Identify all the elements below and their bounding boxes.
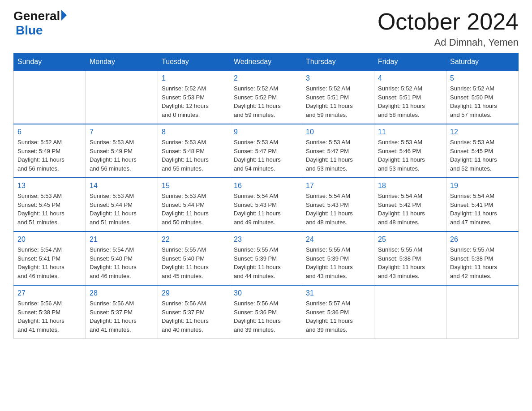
day-info: Sunrise: 5:54 AMSunset: 5:41 PMDaylight:… <box>450 192 515 227</box>
calendar-cell: 23Sunrise: 5:55 AMSunset: 5:39 PMDayligh… <box>230 231 302 285</box>
day-info: Sunrise: 5:54 AMSunset: 5:40 PMDaylight:… <box>90 245 154 280</box>
day-info: Sunrise: 5:53 AMSunset: 5:47 PMDaylight:… <box>234 138 298 173</box>
day-number: 30 <box>234 289 298 297</box>
calendar-cell: 15Sunrise: 5:53 AMSunset: 5:44 PMDayligh… <box>158 178 230 231</box>
calendar-week-row: 20Sunrise: 5:54 AMSunset: 5:41 PMDayligh… <box>14 231 519 285</box>
calendar-cell: 1Sunrise: 5:52 AMSunset: 5:53 PMDaylight… <box>158 71 230 124</box>
calendar-cell: 21Sunrise: 5:54 AMSunset: 5:40 PMDayligh… <box>86 231 158 285</box>
day-info: Sunrise: 5:55 AMSunset: 5:38 PMDaylight:… <box>450 245 515 280</box>
day-info: Sunrise: 5:52 AMSunset: 5:53 PMDaylight:… <box>162 84 226 119</box>
calendar-cell: 9Sunrise: 5:53 AMSunset: 5:47 PMDaylight… <box>230 124 302 178</box>
day-info: Sunrise: 5:53 AMSunset: 5:45 PMDaylight:… <box>450 138 515 173</box>
day-number: 19 <box>450 182 515 190</box>
weekday-header-thursday: Thursday <box>302 53 374 71</box>
calendar-week-row: 1Sunrise: 5:52 AMSunset: 5:53 PMDaylight… <box>14 71 519 124</box>
calendar-cell: 26Sunrise: 5:55 AMSunset: 5:38 PMDayligh… <box>446 231 519 285</box>
day-info: Sunrise: 5:56 AMSunset: 5:36 PMDaylight:… <box>234 299 298 334</box>
day-info: Sunrise: 5:53 AMSunset: 5:47 PMDaylight:… <box>306 138 370 173</box>
day-info: Sunrise: 5:55 AMSunset: 5:39 PMDaylight:… <box>234 245 298 280</box>
day-number: 29 <box>162 289 226 297</box>
day-number: 23 <box>234 235 298 244</box>
calendar-week-row: 6Sunrise: 5:52 AMSunset: 5:49 PMDaylight… <box>14 124 519 178</box>
day-number: 11 <box>378 128 442 136</box>
calendar-cell: 6Sunrise: 5:52 AMSunset: 5:49 PMDaylight… <box>14 124 86 178</box>
day-info: Sunrise: 5:52 AMSunset: 5:51 PMDaylight:… <box>306 84 370 119</box>
calendar-cell: 14Sunrise: 5:53 AMSunset: 5:44 PMDayligh… <box>86 178 158 231</box>
calendar-header-row: SundayMondayTuesdayWednesdayThursdayFrid… <box>14 53 519 71</box>
day-info: Sunrise: 5:57 AMSunset: 5:36 PMDaylight:… <box>306 299 370 334</box>
day-info: Sunrise: 5:53 AMSunset: 5:48 PMDaylight:… <box>162 138 226 173</box>
day-info: Sunrise: 5:52 AMSunset: 5:50 PMDaylight:… <box>450 84 515 119</box>
calendar-cell: 30Sunrise: 5:56 AMSunset: 5:36 PMDayligh… <box>230 285 302 339</box>
day-number: 20 <box>17 235 82 244</box>
day-number: 22 <box>162 235 226 244</box>
day-number: 14 <box>90 182 154 190</box>
weekday-header-monday: Monday <box>86 53 158 71</box>
day-info: Sunrise: 5:53 AMSunset: 5:44 PMDaylight:… <box>90 192 154 227</box>
calendar-cell: 11Sunrise: 5:53 AMSunset: 5:46 PMDayligh… <box>374 124 446 178</box>
calendar-cell: 27Sunrise: 5:56 AMSunset: 5:38 PMDayligh… <box>14 285 86 339</box>
day-number: 15 <box>162 182 226 190</box>
calendar-cell: 8Sunrise: 5:53 AMSunset: 5:48 PMDaylight… <box>158 124 230 178</box>
day-info: Sunrise: 5:53 AMSunset: 5:49 PMDaylight:… <box>90 138 154 173</box>
day-number: 10 <box>306 128 370 136</box>
day-number: 9 <box>234 128 298 136</box>
calendar-cell: 10Sunrise: 5:53 AMSunset: 5:47 PMDayligh… <box>302 124 374 178</box>
calendar-cell: 4Sunrise: 5:52 AMSunset: 5:51 PMDaylight… <box>374 71 446 124</box>
page-header: General Blue October 2024 Ad Dimnah, Yem… <box>13 9 519 48</box>
day-info: Sunrise: 5:52 AMSunset: 5:49 PMDaylight:… <box>17 138 82 173</box>
calendar-cell: 16Sunrise: 5:54 AMSunset: 5:43 PMDayligh… <box>230 178 302 231</box>
day-number: 17 <box>306 182 370 190</box>
calendar-cell: 20Sunrise: 5:54 AMSunset: 5:41 PMDayligh… <box>14 231 86 285</box>
day-info: Sunrise: 5:56 AMSunset: 5:38 PMDaylight:… <box>17 299 82 334</box>
day-number: 31 <box>306 289 370 297</box>
day-number: 2 <box>234 74 298 82</box>
day-number: 26 <box>450 235 515 244</box>
day-number: 12 <box>450 128 515 136</box>
calendar-cell: 3Sunrise: 5:52 AMSunset: 5:51 PMDaylight… <box>302 71 374 124</box>
calendar-table: SundayMondayTuesdayWednesdayThursdayFrid… <box>13 53 519 339</box>
month-title: October 2024 <box>378 9 519 34</box>
day-info: Sunrise: 5:56 AMSunset: 5:37 PMDaylight:… <box>162 299 226 334</box>
calendar-cell <box>86 71 158 124</box>
weekday-header-tuesday: Tuesday <box>158 53 230 71</box>
day-info: Sunrise: 5:54 AMSunset: 5:43 PMDaylight:… <box>234 192 298 227</box>
day-info: Sunrise: 5:54 AMSunset: 5:41 PMDaylight:… <box>17 245 82 280</box>
calendar-cell: 19Sunrise: 5:54 AMSunset: 5:41 PMDayligh… <box>446 178 519 231</box>
day-number: 8 <box>162 128 226 136</box>
calendar-cell <box>14 71 86 124</box>
calendar-cell: 25Sunrise: 5:55 AMSunset: 5:38 PMDayligh… <box>374 231 446 285</box>
calendar-cell: 29Sunrise: 5:56 AMSunset: 5:37 PMDayligh… <box>158 285 230 339</box>
day-number: 4 <box>378 74 442 82</box>
day-info: Sunrise: 5:55 AMSunset: 5:40 PMDaylight:… <box>162 245 226 280</box>
title-area: October 2024 Ad Dimnah, Yemen <box>378 9 519 48</box>
calendar-week-row: 27Sunrise: 5:56 AMSunset: 5:38 PMDayligh… <box>14 285 519 339</box>
location-subtitle: Ad Dimnah, Yemen <box>378 37 519 48</box>
day-number: 5 <box>450 74 515 82</box>
day-info: Sunrise: 5:53 AMSunset: 5:46 PMDaylight:… <box>378 138 442 173</box>
calendar-cell: 7Sunrise: 5:53 AMSunset: 5:49 PMDaylight… <box>86 124 158 178</box>
weekday-header-saturday: Saturday <box>446 53 519 71</box>
calendar-cell: 5Sunrise: 5:52 AMSunset: 5:50 PMDaylight… <box>446 71 519 124</box>
calendar-cell: 31Sunrise: 5:57 AMSunset: 5:36 PMDayligh… <box>302 285 374 339</box>
calendar-cell: 13Sunrise: 5:53 AMSunset: 5:45 PMDayligh… <box>14 178 86 231</box>
logo-blue-text: Blue <box>16 23 43 38</box>
day-number: 3 <box>306 74 370 82</box>
day-number: 6 <box>17 128 82 136</box>
day-info: Sunrise: 5:53 AMSunset: 5:45 PMDaylight:… <box>17 192 82 227</box>
calendar-cell <box>374 285 446 339</box>
day-number: 18 <box>378 182 442 190</box>
day-info: Sunrise: 5:52 AMSunset: 5:51 PMDaylight:… <box>378 84 442 119</box>
calendar-cell: 22Sunrise: 5:55 AMSunset: 5:40 PMDayligh… <box>158 231 230 285</box>
day-number: 1 <box>162 74 226 82</box>
day-number: 13 <box>17 182 82 190</box>
day-number: 28 <box>90 289 154 297</box>
logo: General Blue <box>13 9 67 38</box>
day-info: Sunrise: 5:54 AMSunset: 5:42 PMDaylight:… <box>378 192 442 227</box>
calendar-week-row: 13Sunrise: 5:53 AMSunset: 5:45 PMDayligh… <box>14 178 519 231</box>
calendar-cell: 18Sunrise: 5:54 AMSunset: 5:42 PMDayligh… <box>374 178 446 231</box>
logo-general-text: General <box>13 9 60 23</box>
day-info: Sunrise: 5:55 AMSunset: 5:39 PMDaylight:… <box>306 245 370 280</box>
day-info: Sunrise: 5:53 AMSunset: 5:44 PMDaylight:… <box>162 192 226 227</box>
day-info: Sunrise: 5:54 AMSunset: 5:43 PMDaylight:… <box>306 192 370 227</box>
